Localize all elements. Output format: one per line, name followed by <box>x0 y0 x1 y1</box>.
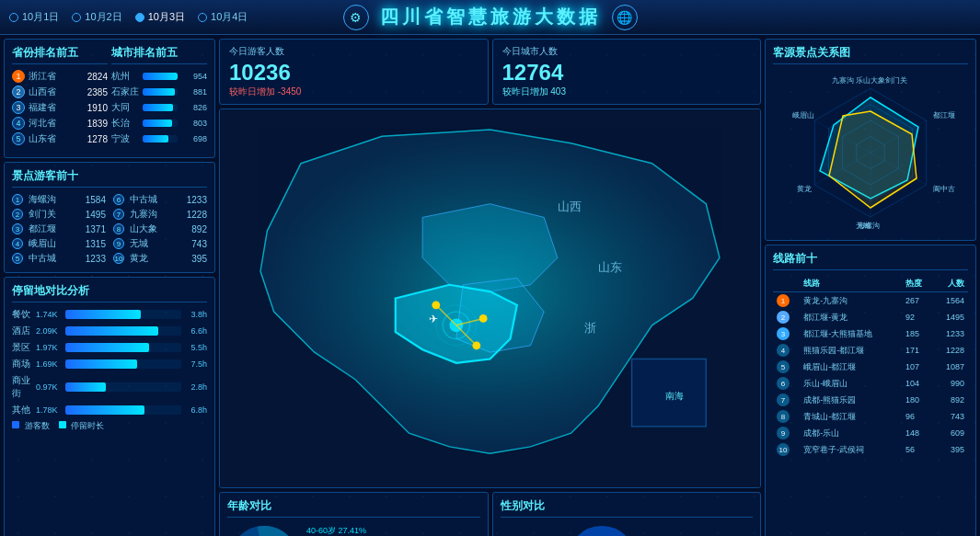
route-table-row: 5 峨眉山-都江堰 107 1087 <box>773 359 968 375</box>
svg-text:✈: ✈ <box>429 313 438 325</box>
scenic-name: 中古城 <box>29 252 84 265</box>
route-rank: 2 <box>773 309 800 325</box>
province-rank-item: 1 浙江省 2824 <box>12 70 108 83</box>
city-bar <box>143 104 178 111</box>
stay-value: 2.09K <box>36 326 63 336</box>
scenic-rank-item: 1 海螺沟 1584 <box>12 193 106 206</box>
china-map: 山西 山东 浙 ✈ 南海 <box>219 108 761 488</box>
radar-title: 客源景点关系图 <box>773 45 968 64</box>
rank-num: 2 <box>12 86 25 98</box>
rankings-top-panel: 省份排名前五 1 浙江省 28242 山西省 23853 福建省 19104 河… <box>4 39 215 158</box>
scenic-rank-item: 3 都江堰 1371 <box>12 222 106 235</box>
scenic-name: 峨眉山 <box>29 237 84 250</box>
route-heat: 56 <box>902 441 934 458</box>
tourist-count-change: 较昨日增加 -3450 <box>229 86 478 98</box>
age-donut-chart <box>227 523 301 536</box>
age-gender-row: 年龄对比 <box>219 492 761 536</box>
route-table-row: 9 成都-乐山 148 609 <box>773 425 968 441</box>
rank-value: 1839 <box>87 119 108 129</box>
city-bar <box>143 88 178 96</box>
stats-row: 今日游客人数 10236 较昨日增加 -3450 今日城市人数 12764 较昨… <box>219 39 761 105</box>
city-rank-item: 长治 803 <box>111 117 207 130</box>
date-navigation[interactable]: 10月1日 10月2日 10月3日 10月4日 <box>9 10 248 24</box>
rank-name: 福建省 <box>29 101 84 114</box>
rank-name: 山西省 <box>29 86 84 98</box>
route-rank: 7 <box>773 392 800 408</box>
rank-num: 2 <box>12 209 23 220</box>
scenic-name: 山大象 <box>130 222 190 235</box>
route-heat: 96 <box>902 408 934 425</box>
date-oct1[interactable]: 10月1日 <box>9 10 59 24</box>
rank-name: 浙江省 <box>29 70 84 83</box>
stay-analysis-title: 停留地对比分析 <box>12 283 207 302</box>
globe-icon[interactable]: 🌐 <box>612 5 638 30</box>
city-rank-title: 城市排名前五 <box>111 45 207 64</box>
scenic-value: 1233 <box>187 195 207 205</box>
city-bar-fill <box>143 135 168 143</box>
svg-text:剑门关: 剑门关 <box>885 76 907 85</box>
route-table-row: 2 都江堰-黄龙 92 1495 <box>773 309 968 325</box>
route-name: 都江堰-大熊猫基地 <box>800 325 902 342</box>
gender-compare-panel: 性别对比 61% 女性占比 <box>492 492 762 536</box>
stay-bar-fill <box>65 405 144 415</box>
route-heat: 104 <box>902 375 934 392</box>
settings-icon[interactable]: ⚙ <box>343 5 369 30</box>
route-heat: 180 <box>902 392 934 408</box>
route-table: 线路 热度 人数 1 黄龙-九寨沟 267 1564 2 都江堰-黄龙 92 1… <box>773 276 968 458</box>
radar-panel: 客源景点关系图 <box>765 39 976 241</box>
route-count: 395 <box>934 441 968 458</box>
province-rank-item: 5 山东省 1278 <box>12 132 108 145</box>
city-value: 803 <box>181 119 207 128</box>
svg-text:海螺沟: 海螺沟 <box>858 222 880 230</box>
date-oct3[interactable]: 10月3日 <box>135 10 185 24</box>
main-layout: 省份排名前五 1 浙江省 28242 山西省 23853 福建省 19104 河… <box>0 35 980 536</box>
svg-text:山东: 山东 <box>598 260 622 274</box>
route-col-heat: 热度 <box>902 276 934 292</box>
city-bar-fill <box>143 104 173 111</box>
route-rank: 5 <box>773 359 800 375</box>
stay-value: 0.97K <box>36 382 63 392</box>
province-rank-list: 1 浙江省 28242 山西省 23853 福建省 19104 河北省 1839… <box>12 70 108 145</box>
scenic-rank-item: 4 峨眉山 1315 <box>12 237 106 250</box>
date-radio <box>9 13 18 22</box>
rank-value: 2824 <box>87 72 108 82</box>
city-bar-fill <box>143 88 175 96</box>
legend-tourists-dot <box>12 421 19 428</box>
svg-text:峨眉山: 峨眉山 <box>792 111 814 120</box>
route-table-row: 1 黄龙-九寨沟 267 1564 <box>773 292 968 310</box>
rank-num: 1 <box>12 194 23 205</box>
city-bar <box>143 120 178 127</box>
route-rank-title: 线路前十 <box>773 251 968 270</box>
date-radio <box>198 13 207 22</box>
city-name: 大同 <box>111 101 139 114</box>
route-name: 乐山-峨眉山 <box>800 375 902 392</box>
province-rank-item: 4 河北省 1839 <box>12 117 108 130</box>
rank-num: 4 <box>12 238 23 249</box>
city-rank-section: 城市排名前五 杭州 954石家庄 881大同 826长治 803宁波 698 <box>111 45 207 152</box>
svg-text:山西: 山西 <box>558 200 582 213</box>
stay-label: 餐饮 <box>12 308 34 321</box>
route-rank: 10 <box>773 441 800 458</box>
date-oct2[interactable]: 10月2日 <box>72 10 121 24</box>
stay-legend: 游客数 停留时长 <box>12 420 207 432</box>
rank-name: 河北省 <box>29 117 84 130</box>
scenic-rank-grid: 1 海螺沟 15842 剑门关 14953 都江堰 13714 峨眉山 1315… <box>12 193 207 267</box>
route-name: 都江堰-黄龙 <box>800 309 902 325</box>
scenic-rank-item: 2 剑门关 1495 <box>12 208 106 221</box>
stay-bar <box>65 382 181 392</box>
rank-num: 7 <box>113 209 124 220</box>
city-rank-item: 大同 826 <box>111 101 207 114</box>
rank-num: 4 <box>12 117 25 130</box>
city-value: 954 <box>181 72 207 81</box>
tourist-count-value: 10236 <box>229 60 478 86</box>
route-count: 1087 <box>934 359 968 375</box>
date-oct4[interactable]: 10月4日 <box>198 10 248 24</box>
stay-value: 1.78K <box>36 405 63 415</box>
route-heat: 92 <box>902 309 934 325</box>
stay-bar <box>65 310 181 319</box>
svg-text:阆中古: 阆中古 <box>933 185 955 193</box>
scenic-rank-panel: 景点游客前十 1 海螺沟 15842 剑门关 14953 都江堰 13714 峨… <box>4 162 215 273</box>
stay-analysis-list: 餐饮 1.74K 3.8h酒店 2.09K 6.6h景区 1.97K 5.5h商… <box>12 308 207 416</box>
city-name: 长治 <box>111 117 139 130</box>
city-name: 杭州 <box>111 70 139 83</box>
